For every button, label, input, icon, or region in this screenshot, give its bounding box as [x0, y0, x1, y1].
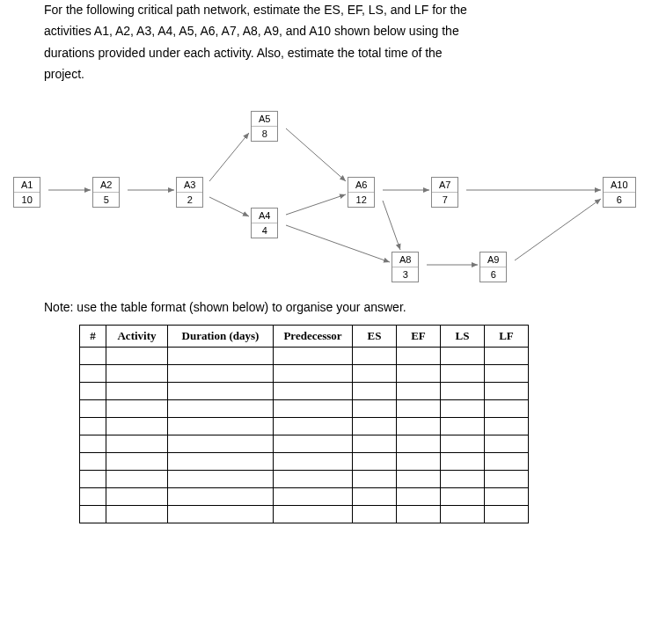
- node-a2-duration: 5: [93, 193, 119, 207]
- node-a7-label: A7: [432, 178, 457, 193]
- node-a9: A9 6: [479, 252, 507, 282]
- table-cell: [441, 382, 485, 399]
- header-num: #: [80, 325, 106, 347]
- table-cell: [485, 417, 529, 435]
- table-cell: [168, 364, 274, 382]
- table-cell: [353, 382, 397, 399]
- header-duration: Duration (days): [168, 325, 274, 347]
- node-a7-duration: 7: [432, 193, 457, 207]
- header-ef: EF: [397, 325, 441, 347]
- table-cell: [106, 505, 168, 523]
- svg-line-6: [286, 225, 390, 262]
- svg-line-2: [209, 133, 249, 181]
- problem-statement: For the following critical path network,…: [44, 0, 622, 84]
- node-a4: A4 4: [251, 208, 278, 238]
- table-row: [80, 470, 529, 487]
- table-cell: [353, 470, 397, 487]
- svg-line-11: [515, 199, 601, 260]
- table-cell: [106, 399, 168, 417]
- node-a1: A1 10: [13, 177, 40, 208]
- answer-table: # Activity Duration (days) Predecessor E…: [79, 325, 529, 523]
- table-cell: [168, 505, 274, 523]
- table-cell: [397, 417, 441, 435]
- table-cell: [80, 417, 106, 435]
- table-cell: [397, 382, 441, 399]
- table-cell: [168, 487, 274, 505]
- node-a4-label: A4: [252, 209, 277, 223]
- table-row: [80, 417, 529, 435]
- table-row: [80, 435, 529, 452]
- table-cell: [106, 487, 168, 505]
- table-cell: [274, 435, 353, 452]
- table-cell: [353, 505, 397, 523]
- header-es: ES: [353, 325, 397, 347]
- table-cell: [485, 505, 529, 523]
- table-row: [80, 347, 529, 364]
- svg-line-5: [286, 194, 346, 215]
- table-cell: [106, 452, 168, 470]
- table-cell: [353, 487, 397, 505]
- table-row: [80, 505, 529, 523]
- node-a7: A7 7: [431, 177, 458, 208]
- table-cell: [168, 417, 274, 435]
- table-cell: [397, 399, 441, 417]
- table-cell: [80, 505, 106, 523]
- table-cell: [168, 347, 274, 364]
- table-cell: [274, 505, 353, 523]
- table-cell: [80, 470, 106, 487]
- node-a8: A8 3: [392, 252, 419, 282]
- header-ls: LS: [441, 325, 485, 347]
- table-cell: [441, 505, 485, 523]
- table-cell: [485, 364, 529, 382]
- table-cell: [397, 470, 441, 487]
- table-cell: [353, 417, 397, 435]
- table-cell: [80, 452, 106, 470]
- table-cell: [106, 347, 168, 364]
- table-cell: [353, 452, 397, 470]
- table-cell: [80, 487, 106, 505]
- svg-line-8: [383, 201, 400, 250]
- table-cell: [397, 487, 441, 505]
- node-a1-label: A1: [14, 178, 40, 193]
- node-a3-label: A3: [177, 178, 202, 193]
- table-cell: [80, 364, 106, 382]
- table-cell: [106, 435, 168, 452]
- node-a5-label: A5: [252, 112, 277, 127]
- table-row: [80, 399, 529, 417]
- node-a3-duration: 2: [177, 193, 202, 207]
- table-cell: [441, 364, 485, 382]
- problem-line-4: project.: [44, 64, 622, 84]
- table-cell: [397, 505, 441, 523]
- table-cell: [397, 364, 441, 382]
- table-cell: [168, 452, 274, 470]
- problem-line-1: For the following critical path network,…: [44, 0, 622, 19]
- table-cell: [80, 399, 106, 417]
- node-a8-duration: 3: [392, 267, 418, 282]
- network-diagram: A1 10 A2 5 A3 2 A4 4 A5 8 A6 12 A7 7 A8: [0, 102, 666, 287]
- table-row: [80, 382, 529, 399]
- table-cell: [274, 364, 353, 382]
- node-a10: A10 6: [603, 177, 636, 208]
- table-cell: [441, 487, 485, 505]
- header-activity: Activity: [106, 325, 168, 347]
- table-cell: [485, 452, 529, 470]
- table-cell: [168, 435, 274, 452]
- svg-line-3: [209, 197, 249, 216]
- table-cell: [441, 435, 485, 452]
- table-cell: [106, 470, 168, 487]
- table-cell: [168, 382, 274, 399]
- table-cell: [80, 435, 106, 452]
- table-cell: [353, 435, 397, 452]
- table-cell: [274, 417, 353, 435]
- header-lf: LF: [485, 325, 529, 347]
- table-cell: [274, 382, 353, 399]
- table-cell: [485, 347, 529, 364]
- table-cell: [441, 417, 485, 435]
- table-cell: [485, 382, 529, 399]
- node-a9-duration: 6: [480, 267, 506, 282]
- table-cell: [274, 470, 353, 487]
- table-header-row: # Activity Duration (days) Predecessor E…: [80, 325, 529, 347]
- table-cell: [397, 347, 441, 364]
- node-a6-label: A6: [348, 178, 374, 193]
- problem-line-2: activities A1, A2, A3, A4, A5, A6, A7, A…: [44, 21, 622, 40]
